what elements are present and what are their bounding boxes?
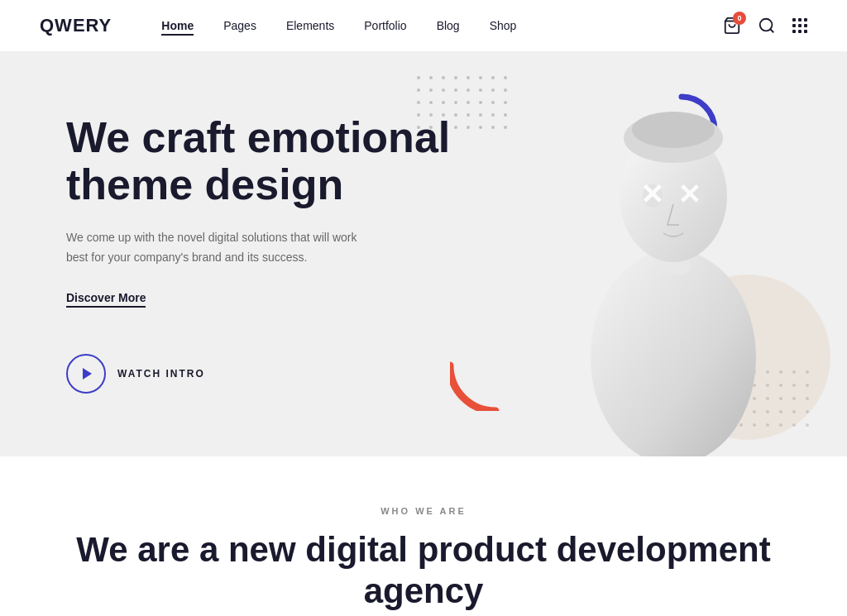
nav-link-shop[interactable]: Shop <box>490 19 517 32</box>
who-section: WHO WE ARE We are a new digital product … <box>0 456 847 616</box>
cart-button[interactable]: 0 <box>723 17 741 35</box>
nav-link-pages[interactable]: Pages <box>223 19 256 32</box>
section-title: We are a new digital product development… <box>66 529 781 613</box>
hero-title: We craft emotional theme design <box>66 114 480 208</box>
dot <box>442 88 445 92</box>
svg-point-7 <box>632 112 715 148</box>
nav-link-home[interactable]: Home <box>161 19 194 36</box>
svg-line-2 <box>770 29 773 32</box>
dot <box>479 76 482 79</box>
dot <box>806 370 809 374</box>
statue-image: ✕ ✕ <box>549 51 797 456</box>
search-icon <box>758 17 776 35</box>
dot <box>429 88 433 92</box>
dot <box>504 101 507 104</box>
dot <box>491 76 495 79</box>
nav-link-portfolio[interactable]: Portfolio <box>364 19 406 32</box>
dot <box>442 76 445 79</box>
dot <box>417 76 420 79</box>
hero-description: We come up with the novel digital soluti… <box>66 228 364 268</box>
dot <box>504 76 507 79</box>
dot <box>491 88 495 92</box>
hero-section: // Will be rendered by inline loop below <box>0 51 847 456</box>
nav-item-blog[interactable]: Blog <box>437 18 460 33</box>
dot <box>479 88 482 92</box>
play-circle-icon <box>66 354 106 394</box>
section-eyebrow: WHO WE ARE <box>66 506 781 516</box>
nav-item-pages[interactable]: Pages <box>223 18 256 33</box>
dot <box>806 410 809 413</box>
search-button[interactable] <box>758 17 776 35</box>
watch-intro-button[interactable]: WATCH INTRO <box>66 354 205 394</box>
svg-point-3 <box>591 250 756 456</box>
svg-text:✕: ✕ <box>677 179 701 210</box>
nav-links: Home Pages Elements Portfolio Blog Shop <box>161 18 723 33</box>
nav-item-elements[interactable]: Elements <box>286 18 334 33</box>
dot <box>806 384 809 387</box>
dot <box>806 423 809 427</box>
dot <box>442 101 445 104</box>
dot <box>491 126 495 129</box>
dot <box>504 126 507 129</box>
nav-icons: 0 <box>723 17 807 35</box>
dot <box>454 88 457 92</box>
nav-item-portfolio[interactable]: Portfolio <box>364 18 406 33</box>
watch-intro-label: WATCH INTRO <box>117 368 205 380</box>
nav-link-blog[interactable]: Blog <box>437 19 460 32</box>
nav-item-home[interactable]: Home <box>161 18 194 33</box>
navbar: QWERY Home Pages Elements Portfolio Blog… <box>0 0 847 51</box>
play-triangle-icon <box>83 368 92 380</box>
dot <box>467 88 470 92</box>
nav-link-elements[interactable]: Elements <box>286 19 334 32</box>
dot <box>479 101 482 104</box>
hero-content: We craft emotional theme design We come … <box>66 114 480 394</box>
grid-menu-button[interactable] <box>792 18 807 33</box>
dot <box>429 101 433 104</box>
dot <box>454 101 457 104</box>
dot <box>467 76 470 79</box>
nav-item-shop[interactable]: Shop <box>490 18 517 33</box>
dot <box>806 397 809 400</box>
grid-icon <box>792 18 807 33</box>
dot <box>504 88 507 92</box>
brand-logo[interactable]: QWERY <box>40 15 112 36</box>
discover-more-link[interactable]: Discover More <box>66 291 146 308</box>
dot <box>504 113 507 117</box>
dot <box>429 76 433 79</box>
dot <box>454 76 457 79</box>
dot <box>417 88 420 92</box>
dot <box>417 101 420 104</box>
dot <box>467 101 470 104</box>
dot <box>491 113 495 117</box>
dot <box>491 101 495 104</box>
svg-text:✕: ✕ <box>640 179 663 210</box>
svg-point-1 <box>760 19 773 31</box>
cart-badge: 0 <box>733 12 746 25</box>
